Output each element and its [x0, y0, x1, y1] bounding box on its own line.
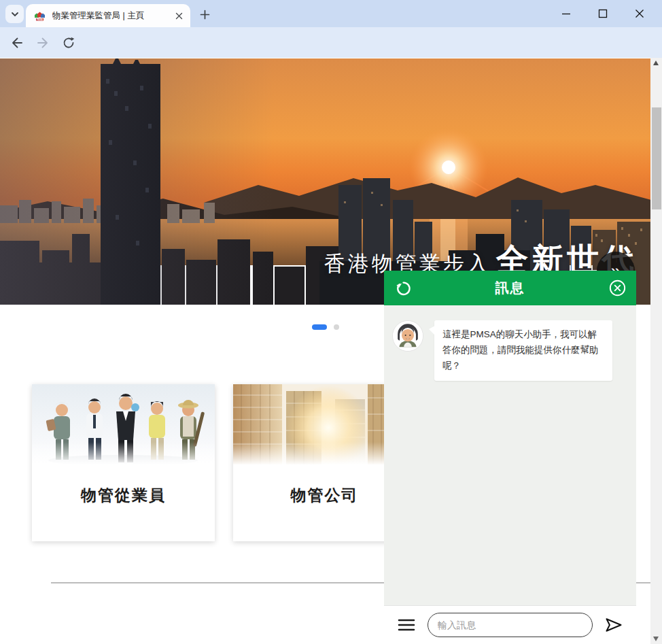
- card-title-practitioners: 物管從業員: [32, 485, 215, 506]
- browser-tab[interactable]: PMSA 物業管理業監管局 | 主頁: [26, 4, 190, 27]
- svg-text:PMSA: PMSA: [37, 18, 43, 20]
- chatbot-avatar: [392, 320, 423, 352]
- pmsa-favicon: PMSA: [34, 10, 46, 22]
- carousel-dot[interactable]: [334, 324, 339, 330]
- tab-search-button[interactable]: [5, 5, 24, 23]
- minimize-button[interactable]: [556, 3, 576, 24]
- chat-send-button[interactable]: [604, 615, 624, 635]
- card-practitioners[interactable]: 物管從業員: [32, 384, 215, 541]
- browser-window: PMSA 物業管理業監管局 | 主頁: [0, 0, 662, 644]
- minimize-icon: [561, 9, 571, 18]
- practitioners-photo: [32, 384, 215, 464]
- close-circle-icon: [608, 279, 627, 297]
- chat-input-bar: [384, 605, 636, 644]
- forward-arrow-icon: [36, 36, 50, 50]
- tab-title: 物業管理業監管局 | 主頁: [52, 10, 173, 22]
- scrollbar-down-arrow-icon[interactable]: [653, 637, 659, 641]
- tab-strip: PMSA 物業管理業監管局 | 主頁: [0, 0, 662, 27]
- chat-message-input[interactable]: [428, 613, 593, 637]
- maximize-icon: [598, 9, 608, 18]
- hamburger-menu-icon: [398, 617, 415, 632]
- chatbot-avatar-image: [393, 321, 423, 351]
- chevron-down-icon: [10, 10, 20, 19]
- page-scrollbar[interactable]: [650, 58, 662, 644]
- maximize-button[interactable]: [593, 3, 613, 24]
- chat-title: 訊息: [384, 279, 636, 297]
- reload-icon: [62, 36, 75, 50]
- tab-close-button[interactable]: [173, 10, 185, 22]
- window-controls: [556, 3, 655, 24]
- chat-message-area: 這裡是PMSA的聊天小助手，我可以解答你的問題，請問我能提供你什麼幫助呢？: [384, 305, 636, 605]
- chat-bubble: 這裡是PMSA的聊天小助手，我可以解答你的問題，請問我能提供你什麼幫助呢？: [434, 320, 612, 381]
- reload-button[interactable]: [57, 31, 80, 54]
- carousel-dot-active[interactable]: [312, 324, 327, 330]
- back-button[interactable]: [5, 31, 29, 54]
- close-icon: [175, 12, 183, 20]
- page-content: 香港物管業步入全新世代 »: [0, 58, 662, 644]
- chat-message-row: 這裡是PMSA的聊天小助手，我可以解答你的問題，請問我能提供你什麼幫助呢？: [392, 320, 628, 381]
- close-icon: [635, 9, 644, 18]
- chat-widget: 訊息: [384, 271, 636, 644]
- plus-icon: [200, 10, 210, 20]
- new-tab-button[interactable]: [196, 5, 213, 23]
- scrollbar-up-arrow-icon[interactable]: [653, 61, 659, 65]
- refresh-icon: [394, 279, 412, 297]
- forward-button[interactable]: [31, 31, 54, 54]
- back-arrow-icon: [10, 36, 24, 50]
- chat-close-button[interactable]: [607, 278, 627, 299]
- image-fade: [32, 442, 215, 464]
- chat-header: 訊息: [384, 271, 636, 305]
- chat-restart-button[interactable]: [393, 278, 413, 299]
- chatbot-greeting-text: 這裡是PMSA的聊天小助手，我可以解答你的問題，請問我能提供你什麼幫助呢？: [442, 327, 604, 374]
- close-window-button[interactable]: [629, 3, 650, 24]
- chat-menu-button[interactable]: [396, 615, 417, 635]
- send-icon: [604, 615, 623, 634]
- scrollbar-thumb[interactable]: [652, 107, 661, 209]
- browser-toolbar: pmsa.org.hk/tc/index 文 G: [0, 27, 662, 58]
- hero-banner: 香港物管業步入全新世代: [0, 58, 651, 305]
